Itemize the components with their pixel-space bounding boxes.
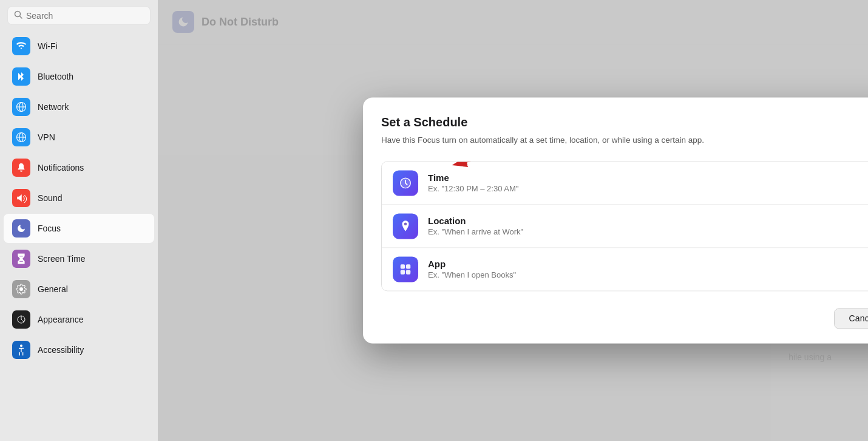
search-bar[interactable] xyxy=(7,6,151,25)
bluetooth-icon xyxy=(12,67,30,86)
moon-icon xyxy=(12,219,30,238)
sidebar-item-general[interactable]: General xyxy=(4,275,154,304)
sidebar-item-label-general: General xyxy=(38,284,68,294)
appearance-icon xyxy=(12,310,30,329)
svg-point-11 xyxy=(20,344,22,347)
sidebar-item-label-sound: Sound xyxy=(38,193,62,203)
svg-point-14 xyxy=(404,223,407,226)
sound-icon xyxy=(12,189,30,207)
app-icon xyxy=(393,257,418,282)
sidebar-item-label-accessibility: Accessibility xyxy=(38,345,84,355)
svg-rect-17 xyxy=(401,270,405,275)
sidebar-item-accessibility[interactable]: Accessibility xyxy=(4,335,154,364)
accessibility-icon xyxy=(12,341,30,359)
network-icon xyxy=(12,98,30,116)
option-row-location[interactable]: Location Ex. "When I arrive at Work" › xyxy=(382,205,868,248)
sidebar-item-label-bluetooth: Bluetooth xyxy=(38,72,73,81)
option-row-app[interactable]: App Ex. "When I open Books" › xyxy=(382,248,868,291)
sidebar-item-label-notifications: Notifications xyxy=(38,163,84,173)
sidebar-item-notifications[interactable]: Notifications xyxy=(4,153,154,182)
sidebar-item-appearance[interactable]: Appearance xyxy=(4,305,154,334)
option-text-location: Location Ex. "When I arrive at Work" xyxy=(428,216,867,237)
gear-icon xyxy=(12,280,30,298)
vpn-icon xyxy=(12,128,30,146)
svg-rect-16 xyxy=(406,264,410,268)
sidebar-item-screentime[interactable]: Screen Time xyxy=(4,244,154,273)
option-title-app: App xyxy=(428,259,867,270)
option-title-time: Time xyxy=(428,173,867,183)
time-icon xyxy=(393,171,418,196)
hourglass-icon xyxy=(12,250,30,268)
search-input[interactable] xyxy=(26,11,144,21)
option-title-location: Location xyxy=(428,216,867,227)
sidebar-item-label-screentime: Screen Time xyxy=(38,254,86,264)
wifi-icon xyxy=(12,37,30,55)
location-icon xyxy=(393,214,418,239)
bell-icon xyxy=(12,159,30,177)
option-row-time[interactable]: Time Ex. "12:30 PM – 2:30 AM" › xyxy=(382,162,868,205)
svg-marker-8 xyxy=(17,194,22,202)
svg-rect-15 xyxy=(401,264,405,268)
option-subtitle-time: Ex. "12:30 PM – 2:30 AM" xyxy=(428,185,867,194)
sidebar-item-focus[interactable]: Focus xyxy=(4,214,154,243)
sidebar-item-network[interactable]: Network xyxy=(4,92,154,121)
option-text-app: App Ex. "When I open Books" xyxy=(428,259,867,280)
schedule-modal: Set a Schedule Have this Focus turn on a… xyxy=(363,97,868,343)
svg-rect-18 xyxy=(406,270,410,275)
sidebar-item-bluetooth[interactable]: Bluetooth xyxy=(4,62,154,91)
sidebar: Wi-Fi Bluetooth Network VPN xyxy=(0,0,158,441)
svg-line-1 xyxy=(20,16,22,19)
option-subtitle-app: Ex. "When I open Books" xyxy=(428,271,867,280)
svg-point-9 xyxy=(20,288,23,291)
sidebar-item-vpn[interactable]: VPN xyxy=(4,123,154,152)
sidebar-item-label-wifi: Wi-Fi xyxy=(38,41,58,51)
sidebar-item-label-network: Network xyxy=(38,102,69,112)
sidebar-item-wifi[interactable]: Wi-Fi xyxy=(4,32,154,61)
sidebar-item-label-focus: Focus xyxy=(38,224,61,233)
sidebar-item-label-appearance: Appearance xyxy=(38,315,84,324)
modal-title: Set a Schedule xyxy=(381,115,868,129)
modal-subtitle: Have this Focus turn on automatically at… xyxy=(381,134,868,146)
sidebar-item-sound[interactable]: Sound xyxy=(4,183,154,213)
search-icon xyxy=(14,10,22,21)
option-list: Time Ex. "12:30 PM – 2:30 AM" › xyxy=(381,162,868,292)
option-subtitle-location: Ex. "When I arrive at Work" xyxy=(428,228,867,237)
modal-footer: Cancel xyxy=(381,309,868,329)
option-text-time: Time Ex. "12:30 PM – 2:30 AM" xyxy=(428,173,867,194)
sidebar-item-label-vpn: VPN xyxy=(38,132,55,142)
cancel-button[interactable]: Cancel xyxy=(834,309,868,329)
